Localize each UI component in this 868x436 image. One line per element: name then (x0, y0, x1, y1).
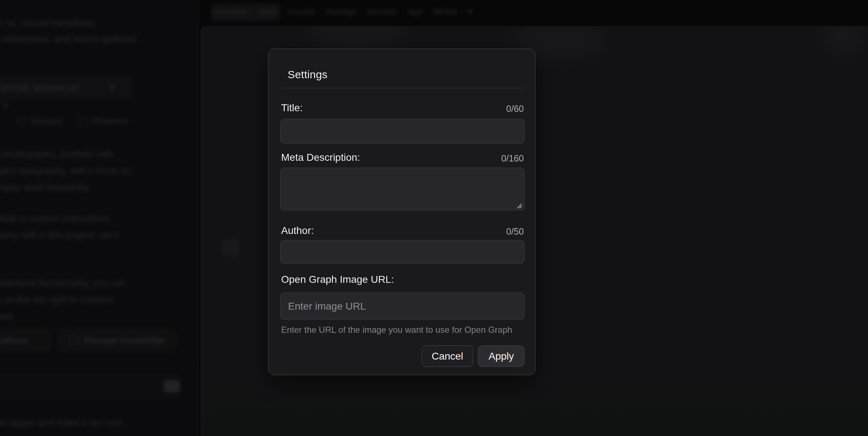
resize-handle-icon[interactable] (516, 202, 522, 209)
cancel-button[interactable]: Cancel (422, 345, 473, 367)
author-input[interactable] (280, 240, 525, 264)
author-label: Author: (281, 225, 314, 236)
modal-title: Settings (288, 68, 327, 81)
apply-button[interactable]: Apply (478, 345, 525, 367)
og-image-url-label: Open Graph Image URL: (281, 274, 394, 285)
meta-description-label: Meta Description: (281, 152, 360, 163)
author-char-counter: 0/50 (506, 226, 524, 237)
og-image-url-input[interactable] (280, 293, 525, 320)
title-char-counter: 0/60 (506, 104, 524, 114)
title-label: Title: (281, 102, 303, 114)
modal-title-divider (281, 88, 524, 88)
app-screen: overview skills visuals manage torrents … (0, 0, 868, 436)
settings-modal: Settings Title: 0/60 Meta Description: 0… (268, 49, 535, 375)
og-image-url-helper-text: Enter the URL of the image you want to u… (281, 325, 512, 335)
meta-description-char-counter: 0/160 (501, 153, 524, 164)
title-input[interactable] (280, 119, 525, 143)
meta-description-textarea[interactable] (280, 168, 525, 210)
